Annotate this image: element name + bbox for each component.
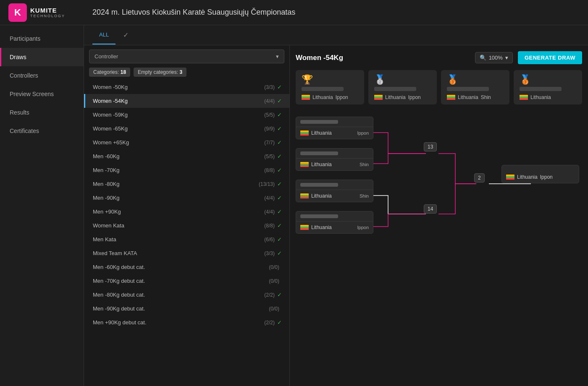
sidebar-item-preview-screens[interactable]: Preview Screens: [0, 85, 84, 103]
sidebar-item-participants[interactable]: Participants: [0, 29, 84, 48]
search-icon: 🔍: [480, 55, 486, 61]
category-name: Men -60Kg debut cat.: [93, 264, 269, 270]
top-header: K KUMITE TECHNOLOGY 2024 m. Lietuvos Kio…: [0, 0, 588, 25]
brand-name: KUMITE: [30, 7, 65, 14]
country-row: Lithuania Ippon: [374, 94, 431, 100]
flag-lt: [302, 95, 310, 100]
podium-row: 🏆 Lithuania Ippon 🥈 Lithuania Ippon 🥉 Li…: [296, 70, 582, 104]
category-name: Mixed Team KATA: [93, 250, 264, 256]
score-label: Ippon: [336, 94, 348, 100]
score-label: Shin: [360, 162, 369, 167]
generate-draw-button[interactable]: GENERATE DRAW: [518, 51, 582, 64]
flag-lt: [447, 95, 455, 100]
logo-area: K KUMITE TECHNOLOGY: [8, 3, 92, 22]
sidebar: Participants Draws Controllers Preview S…: [0, 25, 84, 386]
check-icon: ✓: [277, 209, 282, 215]
podium-card: 🥉 Lithuania: [514, 70, 582, 104]
category-item[interactable]: Women -59Kg (5/5) ✓: [84, 108, 289, 122]
category-item[interactable]: Men -60Kg debut cat. (0/0): [84, 260, 289, 274]
sidebar-item-results[interactable]: Results: [0, 103, 84, 122]
sidebar-item-controllers[interactable]: Controllers: [0, 66, 84, 85]
category-item[interactable]: Women Kata (8/8) ✓: [84, 219, 289, 232]
category-item[interactable]: Mixed Team KATA (3/3) ✓: [84, 246, 289, 260]
category-item[interactable]: Men -60Kg (5/5) ✓: [84, 149, 289, 163]
category-item[interactable]: Women -50Kg (3/3) ✓: [84, 80, 289, 94]
sidebar-item-draws[interactable]: Draws: [0, 48, 84, 66]
category-count: (2/2): [264, 292, 275, 298]
category-name: Men Kata: [93, 236, 264, 243]
category-item[interactable]: Men +90Kg (4/4) ✓: [84, 205, 289, 219]
check-icon: ✓: [277, 236, 282, 243]
player-name-blur: [300, 120, 338, 124]
player-name-blur: [300, 183, 338, 187]
category-item[interactable]: Men -80Kg debut cat. (2/2) ✓: [84, 288, 289, 302]
winner-name-blur: [447, 87, 489, 91]
player-row: [296, 117, 373, 127]
category-item[interactable]: Men Kata (6/6) ✓: [84, 232, 289, 246]
main-content: ALL ✓ Controller ▾ Categories:: [84, 25, 588, 386]
logo-icon: K: [8, 3, 27, 22]
country-label: Lithuania: [311, 193, 332, 199]
country-row: Lithuania Shin: [447, 94, 504, 100]
chevron-down-icon: ▾: [505, 55, 508, 61]
category-item[interactable]: Women -54Kg (4/4) ✓: [84, 94, 289, 108]
flag-lt: [506, 175, 514, 180]
category-count: (3/3): [264, 84, 275, 90]
category-item[interactable]: Women -65Kg (9/9) ✓: [84, 122, 289, 136]
category-name: Women +65Kg: [93, 139, 264, 146]
category-item[interactable]: Men -70Kg (8/8) ✓: [84, 163, 289, 177]
category-name: Women -65Kg: [93, 125, 264, 132]
check-icon: ✓: [277, 98, 282, 104]
podium-card: 🥉 Lithuania Shin: [441, 70, 509, 104]
trophy-icon: 🥉: [447, 74, 504, 85]
category-name: Women -54Kg: [93, 98, 264, 104]
categories-badge: Categories: 18: [89, 68, 130, 77]
round-label-2: 2: [474, 173, 485, 183]
match-card-3: Lithuania Shin: [296, 180, 373, 202]
player-row: [296, 180, 373, 190]
category-item[interactable]: Men -90Kg (4/4) ✓: [84, 191, 289, 205]
check-icon: ✓: [277, 222, 282, 229]
filter-row: Controller ▾: [84, 45, 289, 68]
category-title: Women -54Kg: [296, 54, 343, 62]
category-item[interactable]: Men -70Kg debut cat. (0/0): [84, 274, 289, 288]
zoom-control[interactable]: 🔍 100% ▾: [475, 52, 513, 63]
score-label: Ippon: [540, 174, 553, 180]
empty-categories-badge: Empty categories: 3: [134, 68, 186, 77]
country-label: Lithuania: [385, 94, 406, 100]
country-label: Lithuania: [458, 94, 478, 100]
logo-text: KUMITE TECHNOLOGY: [30, 7, 65, 18]
content-area: Controller ▾ Categories: 18 Empty catego…: [84, 45, 588, 386]
category-item[interactable]: Men +90Kg debut cat. (2/2) ✓: [84, 316, 289, 329]
trophy-icon: 🥈: [374, 74, 431, 85]
category-name: Men +90Kg debut cat.: [93, 319, 264, 326]
country-row: Lithuania: [520, 94, 576, 100]
category-name: Men -90Kg debut cat.: [93, 305, 269, 312]
category-item[interactable]: Men -90Kg debut cat. (0/0): [84, 302, 289, 316]
score-label: Shin: [481, 94, 491, 100]
category-item[interactable]: Men -80Kg (13/13) ✓: [84, 177, 289, 191]
category-count: (6/6): [264, 237, 275, 243]
check-icon: ✓: [277, 250, 282, 256]
category-name: Men +90Kg: [93, 209, 264, 215]
match-card-2: Lithuania Shin: [296, 148, 373, 171]
flag-lt: [300, 193, 309, 199]
badges-row: Categories: 18 Empty categories: 3: [84, 68, 289, 80]
category-name: Women -59Kg: [93, 112, 264, 118]
category-count: (4/4): [264, 209, 275, 215]
sidebar-item-certificates[interactable]: Certificates: [0, 122, 84, 140]
country-row: Lithuania Ippon: [302, 94, 358, 100]
podium-card: 🥈 Lithuania Ippon: [368, 70, 437, 104]
right-header: Women -54Kg 🔍 100% ▾ GENERATE DRAW: [296, 51, 582, 64]
tab-row: ALL ✓: [84, 25, 588, 45]
check-icon: ✓: [277, 195, 282, 201]
controller-select[interactable]: Controller ▾: [89, 50, 284, 63]
flag-lt: [300, 130, 309, 136]
tab-all[interactable]: ALL: [92, 26, 116, 44]
check-icon: ✓: [277, 181, 282, 187]
category-item[interactable]: Women +65Kg (7/7) ✓: [84, 136, 289, 149]
flag-lt: [520, 95, 528, 100]
tab-check[interactable]: ✓: [120, 25, 132, 45]
match-card-4: Lithuania Ippon: [296, 211, 373, 234]
category-count: (2/2): [264, 320, 275, 326]
